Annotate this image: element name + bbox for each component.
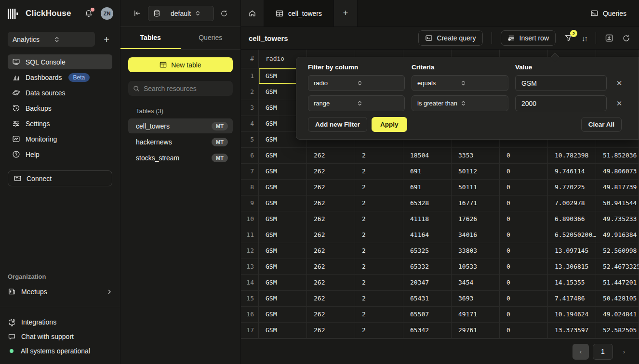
data-cell[interactable]: 0 [500, 148, 548, 163]
filter-button[interactable]: 2 [564, 34, 573, 42]
data-cell[interactable]: 262 [307, 227, 355, 243]
data-cell[interactable]: 49.735233 [596, 211, 639, 227]
data-cell[interactable]: 3693 [452, 291, 500, 306]
data-cell[interactable]: 50112 [452, 164, 500, 179]
data-cell[interactable]: 691 [403, 180, 452, 195]
data-cell[interactable]: 65507 [403, 307, 452, 322]
data-cell[interactable]: 262 [307, 259, 355, 274]
data-cell[interactable]: 262 [307, 195, 355, 211]
sidebar-item-data-sources[interactable]: Data sources [8, 85, 112, 100]
data-cell[interactable]: 49171 [452, 307, 500, 322]
data-cell[interactable]: 0 [500, 211, 548, 227]
data-cell[interactable]: 2 [355, 307, 403, 322]
data-cell[interactable]: 2 [355, 323, 403, 338]
data-cell[interactable]: 33803 [452, 243, 500, 259]
data-cell[interactable]: 13.097145 [548, 243, 596, 259]
data-cell[interactable]: 65342 [403, 323, 452, 338]
table-list-item[interactable]: stocks_streamMT [128, 150, 233, 165]
sidebar-item-chat-support[interactable]: Chat with support [0, 329, 120, 344]
data-cell[interactable]: 34016 [452, 227, 500, 243]
new-tab-button[interactable]: + [334, 0, 357, 26]
remove-filter-button[interactable]: ✕ [613, 79, 625, 88]
data-cell[interactable]: 2 [355, 195, 403, 211]
sidebar-item-sql-console[interactable]: SQL Console [8, 54, 112, 69]
data-cell[interactable]: 49.817739 [596, 180, 639, 195]
avatar[interactable]: ZN [101, 7, 113, 20]
system-status[interactable]: All systems operational [0, 344, 120, 358]
sidebar-item-backups[interactable]: Backups [8, 101, 112, 116]
data-cell[interactable]: 51.447201 [596, 275, 639, 290]
connect-button[interactable]: Connect [8, 170, 112, 186]
prev-page-button[interactable]: ‹ [572, 344, 589, 360]
download-button[interactable] [605, 34, 613, 42]
data-cell[interactable]: 262 [307, 275, 355, 290]
data-cell[interactable]: 13.373597 [548, 323, 596, 338]
data-cell[interactable]: 691 [403, 164, 452, 179]
data-cell[interactable]: 262 [307, 211, 355, 227]
data-cell[interactable]: 10.782398 [548, 148, 596, 163]
data-cell[interactable]: 0 [500, 275, 548, 290]
database-select[interactable]: default [148, 6, 214, 21]
data-cell[interactable]: 10.194624 [548, 307, 596, 322]
clear-all-filters-button[interactable]: Clear All [581, 117, 622, 132]
data-cell[interactable]: 52.582505 [596, 323, 639, 338]
data-cell[interactable]: GSM [259, 195, 307, 211]
data-cell[interactable]: 6.52050200… [548, 227, 596, 243]
data-cell[interactable]: 262 [307, 323, 355, 338]
table-list-item[interactable]: cell_towersMT [128, 118, 233, 133]
data-cell[interactable]: GSM [259, 211, 307, 227]
remove-filter-button[interactable]: ✕ [613, 99, 625, 108]
data-cell[interactable]: 2 [355, 148, 403, 163]
search-input[interactable] [144, 85, 228, 92]
data-cell[interactable]: 9.770225 [548, 180, 596, 195]
data-cell[interactable]: GSM [259, 307, 307, 322]
search-resources[interactable] [128, 81, 233, 96]
insert-row-button[interactable]: Insert row [501, 30, 556, 46]
data-cell[interactable]: GSM [259, 323, 307, 338]
data-cell[interactable]: 262 [307, 148, 355, 163]
data-cell[interactable]: 14.15355 [548, 275, 596, 290]
data-cell[interactable]: 18504 [403, 148, 452, 163]
sidebar-item-monitoring[interactable]: Monitoring [8, 131, 112, 146]
data-cell[interactable]: 0 [500, 259, 548, 274]
refresh-grid-button[interactable] [622, 34, 630, 42]
queries-button[interactable]: Queries [590, 9, 626, 17]
data-cell[interactable]: 65332 [403, 259, 452, 274]
data-cell[interactable]: 13.306815 [548, 259, 596, 274]
data-cell[interactable]: 49.916384 [596, 227, 639, 243]
data-cell[interactable]: 2 [355, 275, 403, 290]
data-cell[interactable]: 0 [500, 180, 548, 195]
data-cell[interactable]: 2 [355, 227, 403, 243]
data-cell[interactable]: GSM [259, 180, 307, 195]
sidebar-item-settings[interactable]: Settings [8, 116, 112, 131]
filter-column-select[interactable]: radio [308, 75, 405, 91]
data-cell[interactable]: 7.002978 [548, 195, 596, 211]
data-cell[interactable]: GSM [259, 275, 307, 290]
data-cell[interactable]: 0 [500, 164, 548, 179]
data-cell[interactable]: 65325 [403, 243, 452, 259]
sidebar-item-integrations[interactable]: Integrations [0, 315, 120, 329]
apply-filters-button[interactable]: Apply [372, 117, 407, 132]
data-cell[interactable]: 41118 [403, 211, 452, 227]
data-cell[interactable]: 7.417486 [548, 291, 596, 306]
data-cell[interactable]: GSM [259, 291, 307, 306]
data-cell[interactable]: 6.890366 [548, 211, 596, 227]
data-cell[interactable]: 9.746114 [548, 164, 596, 179]
data-cell[interactable]: 41164 [403, 227, 452, 243]
data-cell[interactable]: 52.4673325 [596, 259, 639, 274]
data-cell[interactable]: 262 [307, 291, 355, 306]
data-cell[interactable]: 262 [307, 307, 355, 322]
filter-column-select[interactable]: range [308, 95, 405, 111]
data-cell[interactable]: 50.428105 [596, 291, 639, 306]
add-workspace-button[interactable]: + [101, 34, 112, 45]
current-page[interactable]: 1 [593, 344, 613, 360]
notifications-button[interactable] [84, 9, 93, 18]
data-cell[interactable]: 29761 [452, 323, 500, 338]
data-cell[interactable]: 0 [500, 307, 548, 322]
data-cell[interactable]: 262 [307, 164, 355, 179]
add-filter-button[interactable]: Add new Filter [308, 117, 367, 132]
data-cell[interactable]: 50111 [452, 180, 500, 195]
sort-button[interactable]: ↓↑ [582, 34, 587, 42]
data-cell[interactable]: 2 [355, 164, 403, 179]
workspace-tab-cell-towers[interactable]: cell_towers [264, 0, 334, 26]
